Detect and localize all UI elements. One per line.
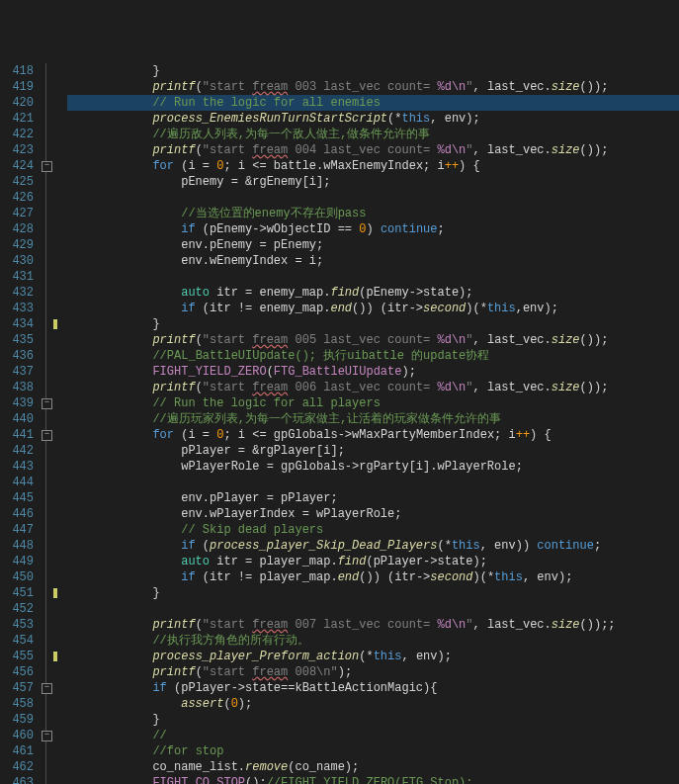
line-number: 463 (0, 775, 34, 784)
line-number: 435 (0, 332, 34, 348)
fold-toggle[interactable]: − (42, 161, 52, 172)
line-number: 441 (0, 427, 34, 443)
line-number-gutter: 4184194204214224234244254264274284294304… (0, 63, 40, 784)
line-number: 434 (0, 316, 34, 332)
line-number: 450 (0, 569, 34, 585)
line-number: 457 (0, 680, 34, 696)
code-line[interactable]: //PAL_BattleUIUpdate(); 执行uibattle 的upda… (67, 348, 679, 364)
code-line[interactable]: printf("start fream 006 last_vec count= … (67, 380, 679, 395)
code-line[interactable]: process_EnemiesRunTurnStartScript(*this,… (67, 111, 679, 127)
change-mark (53, 588, 57, 598)
code-line[interactable]: // Run the logic for all players (67, 395, 679, 411)
code-area[interactable]: } printf("start fream 003 last_vec count… (67, 63, 679, 784)
line-number: 460 (0, 728, 34, 743)
code-line[interactable]: for (i = 0; i <= gpGlobals->wMaxPartyMem… (67, 427, 679, 443)
line-number: 443 (0, 459, 34, 475)
code-line[interactable]: } (67, 316, 679, 332)
line-number: 428 (0, 221, 34, 237)
code-line[interactable]: // Run the logic for all enemies (67, 95, 679, 111)
code-line[interactable]: // Skip dead players (67, 522, 679, 538)
code-line[interactable]: pEnemy = &rgEnemy[i]; (67, 174, 679, 190)
code-line[interactable] (67, 269, 679, 285)
line-number: 440 (0, 411, 34, 427)
code-line[interactable]: //当选位置的enemy不存在则pass (67, 206, 679, 221)
code-line[interactable]: if (process_player_Skip_Dead_Players(*th… (67, 538, 679, 554)
code-line[interactable]: //for stop (67, 743, 679, 759)
line-number: 447 (0, 522, 34, 538)
line-number: 455 (0, 649, 34, 664)
code-line[interactable]: printf("start fream 003 last_vec count= … (67, 79, 679, 95)
fold-gutter: −−−−− (40, 63, 53, 784)
code-line[interactable] (67, 190, 679, 206)
code-line[interactable] (67, 601, 679, 617)
line-number: 425 (0, 174, 34, 190)
code-line[interactable]: if (pPlayer->state==kBattleActionMagic){ (67, 680, 679, 696)
line-number: 442 (0, 443, 34, 459)
code-line[interactable]: env.wEnemyIndex = i; (67, 253, 679, 269)
code-line[interactable]: // (67, 728, 679, 743)
code-line[interactable]: if (itr != enemy_map.end()) (itr->second… (67, 301, 679, 316)
line-number: 433 (0, 301, 34, 316)
code-line[interactable]: FIGHT_CO_STOP();//FIGHT_YIELD_ZERO(FTG_S… (67, 775, 679, 784)
code-line[interactable]: } (67, 712, 679, 728)
code-line[interactable]: if (itr != player_map.end()) (itr->secon… (67, 569, 679, 585)
line-number: 423 (0, 142, 34, 158)
fold-toggle[interactable]: − (42, 398, 52, 409)
code-line[interactable]: process_player_Preform_action(*this, env… (67, 649, 679, 664)
code-line[interactable]: co_name_list.remove(co_name); (67, 759, 679, 775)
code-line[interactable]: wPlayerRole = gpGlobals->rgParty[i].wPla… (67, 459, 679, 475)
line-number: 424 (0, 158, 34, 174)
code-line[interactable]: printf("start fream 008\n"); (67, 664, 679, 680)
code-line[interactable]: } (67, 585, 679, 601)
fold-toggle[interactable]: − (42, 430, 52, 441)
code-line[interactable]: printf("start fream 004 last_vec count= … (67, 142, 679, 158)
code-line[interactable]: pPlayer = &rgPlayer[i]; (67, 443, 679, 459)
line-number: 429 (0, 237, 34, 253)
line-number: 431 (0, 269, 34, 285)
code-editor[interactable]: 4184194204214224234244254264274284294304… (0, 63, 679, 784)
line-number: 418 (0, 63, 34, 79)
line-number: 437 (0, 364, 34, 380)
code-line[interactable] (67, 475, 679, 490)
change-mark (53, 652, 57, 661)
line-number: 451 (0, 585, 34, 601)
code-line[interactable]: FIGHT_YIELD_ZERO(FTG_BattleUIUpdate); (67, 364, 679, 380)
line-number: 427 (0, 206, 34, 221)
code-line[interactable]: env.wPlayerIndex = wPlayerRole; (67, 506, 679, 522)
code-line[interactable]: //执行我方角色的所有行动。 (67, 633, 679, 649)
code-line[interactable]: //遍历玩家列表,为每一个玩家做主,让活着的玩家做条件允许的事 (67, 411, 679, 427)
line-number: 422 (0, 127, 34, 142)
code-line[interactable]: env.pPlayer = pPlayer; (67, 490, 679, 506)
fold-toggle[interactable]: − (42, 731, 52, 741)
line-number: 454 (0, 633, 34, 649)
code-line[interactable]: assert(0); (67, 696, 679, 712)
line-number: 462 (0, 759, 34, 775)
line-number: 453 (0, 617, 34, 633)
code-line[interactable]: for (i = 0; i <= battle.wMaxEnemyIndex; … (67, 158, 679, 174)
line-number: 420 (0, 95, 34, 111)
code-line[interactable]: if (pEnemy->wObjectID == 0) continue; (67, 221, 679, 237)
code-line[interactable]: auto itr = enemy_map.find(pEnemy->state)… (67, 285, 679, 301)
line-number: 421 (0, 111, 34, 127)
code-line[interactable]: printf("start fream 005 last_vec count= … (67, 332, 679, 348)
line-number: 446 (0, 506, 34, 522)
line-number: 449 (0, 554, 34, 569)
fold-toggle[interactable]: − (42, 683, 52, 694)
line-number: 438 (0, 380, 34, 395)
line-number: 445 (0, 490, 34, 506)
line-number: 430 (0, 253, 34, 269)
line-number: 419 (0, 79, 34, 95)
change-mark (53, 319, 57, 329)
code-line[interactable]: //遍历敌人列表,为每一个敌人做主,做条件允许的事 (67, 127, 679, 142)
line-number: 458 (0, 696, 34, 712)
change-marks-gutter (53, 63, 67, 784)
code-line[interactable]: auto itr = player_map.find(pPlayer->stat… (67, 554, 679, 569)
code-line[interactable]: printf("start fream 007 last_vec count= … (67, 617, 679, 633)
code-line[interactable]: env.pEnemy = pEnemy; (67, 237, 679, 253)
line-number: 456 (0, 664, 34, 680)
line-number: 459 (0, 712, 34, 728)
line-number: 452 (0, 601, 34, 617)
line-number: 436 (0, 348, 34, 364)
line-number: 444 (0, 475, 34, 490)
code-line[interactable]: } (67, 63, 679, 79)
